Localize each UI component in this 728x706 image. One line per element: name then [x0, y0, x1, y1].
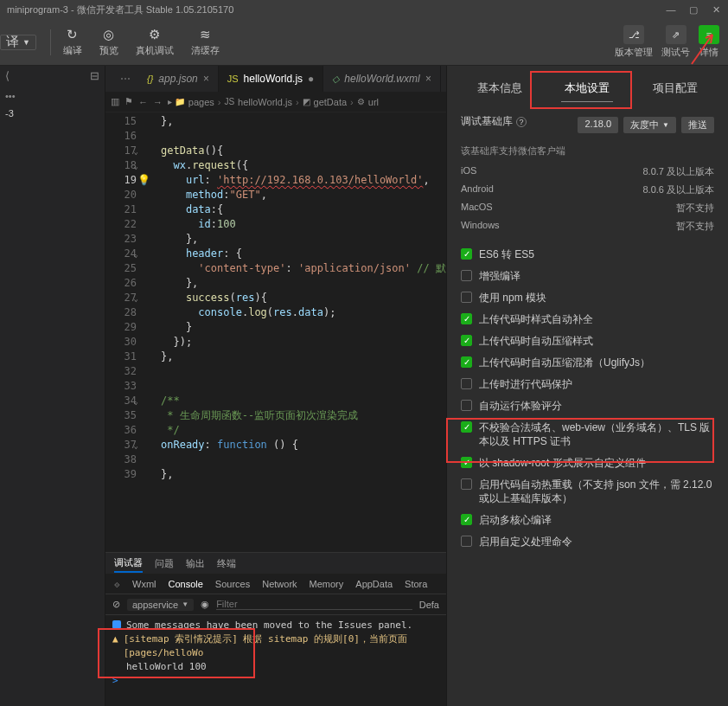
back-icon[interactable]: ⟨ — [5, 69, 10, 82]
breadcrumb-item[interactable]: ›◩getData — [296, 97, 347, 107]
toolbar-编译[interactable]: ↻编译 — [63, 27, 82, 57]
devtool-tab-Memory[interactable]: Memory — [310, 579, 344, 589]
inspect-icon[interactable]: ⟐ — [114, 579, 120, 589]
context-selector[interactable]: appservice▼ — [127, 599, 194, 611]
setting-checkbox[interactable]: 上传时进行代码保护 — [461, 377, 714, 391]
tab-actions-icon[interactable]: ⋯ — [112, 66, 138, 92]
code-editor[interactable]: 151617⌄18⌄19💡2021222324⌄252627⌄282930313… — [105, 112, 446, 552]
panel-tab-输出[interactable]: 输出 — [186, 555, 205, 572]
close-icon[interactable]: ● — [308, 73, 314, 85]
setting-checkbox[interactable]: 以 shadow-root 形式展示自定义组件 — [461, 456, 714, 470]
support-row: iOS8.0.7 及以上版本 — [461, 163, 714, 181]
setting-checkbox[interactable]: 不校验合法域名、web-view（业务域名）、TLS 版本以及 HTTPS 证书 — [461, 420, 714, 448]
panel-tab-终端[interactable]: 终端 — [217, 555, 236, 572]
details-panel: 基本信息本地设置项目配置 调试基础库 ? 2.18.0 灰度中▼ 推送 该基础库… — [446, 66, 728, 706]
close-icon[interactable]: × — [203, 73, 209, 85]
toolbar-详情[interactable]: ≡详情 — [699, 25, 719, 59]
setting-checkbox[interactable]: 上传代码时自动压缩样式 — [461, 334, 714, 348]
ellipsis-icon[interactable]: ••• — [0, 86, 105, 106]
help-icon[interactable]: ? — [516, 117, 527, 127]
clear-console-icon[interactable]: ⊘ — [112, 599, 120, 610]
tab-app.json[interactable]: {}app.json× — [138, 66, 219, 92]
log-level-selector[interactable]: Defa — [419, 600, 439, 610]
window-title: miniprogram-3 - 微信开发者工具 Stable 1.05.2105… — [7, 3, 233, 16]
bottom-panel: 调试器问题输出终端 ⟐ WxmlConsoleSourcesNetworkMem… — [105, 552, 446, 706]
support-row: Android8.0.6 及以上版本 — [461, 181, 714, 199]
console-line: ▲[sitemap 索引情况提示] 根据 sitemap 的规则[0]，当前页面… — [112, 632, 439, 660]
maximize-icon[interactable]: ▢ — [688, 4, 699, 16]
breadcrumb-item[interactable]: ›⚙url — [350, 97, 379, 107]
setting-checkbox[interactable]: 启用自定义处理命令 — [461, 535, 714, 549]
lib-channel-select[interactable]: 灰度中▼ — [623, 117, 676, 133]
split-editor-icon[interactable]: ▥ — [111, 96, 119, 107]
setting-checkbox[interactable]: 上传代码时样式自动补全 — [461, 312, 714, 326]
setting-checkbox[interactable]: 启动多核心编译 — [461, 513, 714, 527]
setting-checkbox[interactable]: ES6 转 ES5 — [461, 247, 714, 261]
detail-tab-基本信息[interactable]: 基本信息 — [474, 75, 526, 101]
panel-tab-问题[interactable]: 问题 — [155, 555, 174, 572]
minimize-icon[interactable]: — — [666, 4, 676, 16]
panel-tab-调试器[interactable]: 调试器 — [114, 555, 143, 573]
toolbar-预览[interactable]: ◎预览 — [99, 27, 118, 57]
console-filter-input[interactable] — [216, 599, 412, 610]
scheme-dropdown[interactable]: 译▼ — [0, 35, 36, 50]
devtool-tab-Console[interactable]: Console — [169, 579, 203, 589]
bookmark-icon[interactable]: ⚑ — [125, 96, 133, 107]
tree-item[interactable]: -3 — [0, 106, 105, 120]
devtool-tab-Wxml[interactable]: Wxml — [132, 579, 156, 589]
devtool-tab-Stora[interactable]: Stora — [405, 579, 427, 589]
console-line: > — [112, 674, 439, 688]
support-row: MacOS暂不支持 — [461, 199, 714, 217]
debug-lib-label: 调试基础库 ? — [461, 114, 527, 129]
explorer-sidebar: ⟨ ⊟ ••• -3 — [0, 66, 105, 706]
support-note: 该基础库支持微信客户端 — [461, 144, 714, 157]
console-line: Some messages have been moved to the Iss… — [112, 619, 439, 632]
toolbar-测试号[interactable]: ⇗测试号 — [661, 25, 690, 59]
collapse-icon[interactable]: ⊟ — [90, 69, 99, 82]
setting-checkbox[interactable]: 使用 npm 模块 — [461, 291, 714, 305]
push-button[interactable]: 推送 — [681, 117, 714, 133]
toolbar-清缓存[interactable]: ≋清缓存 — [191, 27, 220, 57]
close-icon[interactable]: × — [425, 73, 431, 85]
editor-tabs: ⋯ {}app.json×JShelloWorld.js●◇helloWorld… — [105, 66, 446, 92]
console-line: helloWorld 100 — [112, 660, 439, 674]
breadcrumb-item[interactable]: ›JShelloWorld.js — [218, 97, 292, 107]
detail-tab-本地设置[interactable]: 本地设置 — [561, 75, 613, 102]
tab-helloWorld.wxml[interactable]: ◇helloWorld.wxml× — [323, 66, 440, 92]
setting-checkbox[interactable]: 自动运行体验评分 — [461, 399, 714, 413]
console-toolbar: ⊘ appservice▼ ◉ Defa — [105, 594, 446, 615]
window-titlebar: miniprogram-3 - 微信开发者工具 Stable 1.05.2105… — [0, 0, 728, 19]
devtool-tab-AppData[interactable]: AppData — [355, 579, 393, 589]
lib-version-pill: 2.18.0 — [578, 117, 618, 133]
nav-back-icon[interactable]: ← — [138, 97, 148, 107]
devtool-tab-Network[interactable]: Network — [262, 579, 297, 589]
setting-checkbox[interactable]: 启用代码自动热重载（不支持 json 文件，需 2.12.0 或以上基础库版本） — [461, 478, 714, 505]
setting-checkbox[interactable]: 增强编译 — [461, 269, 714, 283]
setting-checkbox[interactable]: 上传代码时自动压缩混淆（UglifyJs） — [461, 356, 714, 369]
breadcrumb-item[interactable]: ▸ 📁pages — [168, 97, 214, 107]
support-row: Windows暂不支持 — [461, 217, 714, 235]
close-icon[interactable]: ✕ — [711, 4, 721, 16]
eye-icon[interactable]: ◉ — [201, 599, 209, 610]
nav-fwd-icon[interactable]: → — [153, 97, 163, 107]
toolbar-版本管理[interactable]: ⎇版本管理 — [615, 25, 653, 59]
detail-tab-项目配置[interactable]: 项目配置 — [649, 75, 701, 101]
breadcrumb: ▥ ⚑ ← → ▸ 📁pages›JShelloWorld.js›◩getDat… — [105, 92, 446, 112]
toolbar-真机调试[interactable]: ⚙真机调试 — [136, 27, 174, 57]
main-toolbar: 译▼ ↻编译◎预览⚙真机调试≋清缓存 ⎇版本管理⇗测试号≡详情 — [0, 19, 728, 66]
tab-helloWorld.js[interactable]: JShelloWorld.js● — [219, 66, 324, 92]
devtool-tab-Sources[interactable]: Sources — [215, 579, 250, 589]
